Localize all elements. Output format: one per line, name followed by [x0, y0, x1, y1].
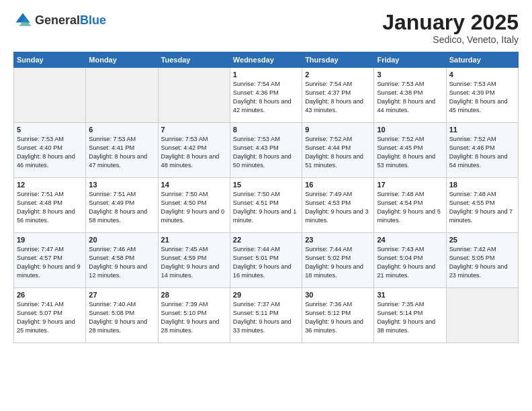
calendar-cell: 24Sunrise: 7:43 AMSunset: 5:04 PMDayligh… — [374, 233, 446, 288]
calendar-cell: 6Sunrise: 7:53 AMSunset: 4:41 PMDaylight… — [86, 123, 158, 178]
calendar-cell: 9Sunrise: 7:52 AMSunset: 4:44 PMDaylight… — [302, 123, 374, 178]
calendar-cell: 16Sunrise: 7:49 AMSunset: 4:53 PMDayligh… — [302, 178, 374, 233]
day-info: Sunrise: 7:41 AM — [17, 300, 83, 309]
day-info: Sunrise: 7:53 AM — [89, 135, 154, 144]
weekday-header-friday: Friday — [374, 52, 446, 68]
calendar-cell: 14Sunrise: 7:50 AMSunset: 4:50 PMDayligh… — [158, 178, 230, 233]
month-title: January 2025 — [382, 11, 519, 34]
day-info: Sunset: 4:41 PM — [89, 144, 154, 152]
day-info: Daylight: 9 hours and 21 minutes. — [377, 263, 443, 280]
day-info: Sunrise: 7:40 AM — [89, 300, 154, 309]
day-number: 5 — [17, 126, 83, 134]
day-info: Daylight: 8 hours and 43 minutes. — [305, 97, 371, 115]
day-number: 13 — [89, 181, 154, 189]
day-info: Daylight: 9 hours and 28 minutes. — [161, 318, 227, 335]
day-info: Sunrise: 7:47 AM — [17, 245, 83, 254]
day-number: 12 — [17, 181, 83, 189]
day-info: Daylight: 8 hours and 56 minutes. — [17, 208, 83, 225]
day-number: 28 — [161, 291, 227, 299]
page: GeneralBlue January 2025 Sedico, Veneto,… — [0, 0, 532, 350]
day-info: Sunrise: 7:50 AM — [233, 190, 299, 199]
day-info: Sunrise: 7:53 AM — [449, 80, 515, 89]
day-info: Sunset: 4:54 PM — [377, 199, 443, 208]
location-subtitle: Sedico, Veneto, Italy — [382, 34, 519, 45]
calendar-cell: 19Sunrise: 7:47 AMSunset: 4:57 PMDayligh… — [14, 233, 86, 288]
day-info: Sunset: 4:44 PM — [305, 144, 371, 152]
day-info: Daylight: 8 hours and 54 minutes. — [449, 152, 515, 170]
calendar-cell: 7Sunrise: 7:53 AMSunset: 4:42 PMDaylight… — [158, 123, 230, 178]
day-info: Sunrise: 7:53 AM — [17, 135, 83, 144]
day-number: 20 — [89, 236, 154, 244]
day-number: 7 — [161, 126, 227, 134]
day-info: Sunset: 4:57 PM — [17, 254, 83, 263]
day-info: Sunrise: 7:35 AM — [377, 300, 443, 309]
calendar-table: SundayMondayTuesdayWednesdayThursdayFrid… — [13, 52, 519, 343]
day-info: Sunrise: 7:36 AM — [305, 300, 371, 309]
day-info: Sunset: 5:14 PM — [377, 309, 443, 318]
day-number: 19 — [17, 236, 83, 244]
day-info: Sunset: 4:37 PM — [305, 89, 371, 97]
weekday-header-wednesday: Wednesday — [230, 52, 302, 68]
day-info: Sunrise: 7:52 AM — [449, 135, 515, 144]
day-info: Daylight: 9 hours and 36 minutes. — [305, 318, 371, 335]
day-info: Daylight: 9 hours and 16 minutes. — [233, 263, 299, 280]
day-info: Sunrise: 7:49 AM — [305, 190, 371, 199]
day-number: 17 — [377, 181, 443, 189]
day-number: 10 — [377, 126, 443, 134]
day-info: Daylight: 8 hours and 58 minutes. — [89, 208, 154, 225]
day-number: 6 — [89, 126, 154, 134]
calendar-week-5: 26Sunrise: 7:41 AMSunset: 5:07 PMDayligh… — [14, 288, 519, 343]
day-info: Sunset: 4:55 PM — [449, 199, 515, 208]
calendar-cell: 15Sunrise: 7:50 AMSunset: 4:51 PMDayligh… — [230, 178, 302, 233]
day-info: Daylight: 9 hours and 12 minutes. — [89, 263, 154, 280]
calendar-cell: 4Sunrise: 7:53 AMSunset: 4:39 PMDaylight… — [446, 68, 518, 123]
logo-blue: Blue — [80, 13, 106, 27]
day-info: Sunset: 4:39 PM — [449, 89, 515, 97]
calendar-cell: 28Sunrise: 7:39 AMSunset: 5:10 PMDayligh… — [158, 288, 230, 343]
day-info: Daylight: 9 hours and 33 minutes. — [233, 318, 299, 335]
weekday-header-tuesday: Tuesday — [158, 52, 230, 68]
day-info: Daylight: 9 hours and 9 minutes. — [17, 263, 83, 280]
day-info: Sunset: 5:11 PM — [233, 309, 299, 318]
day-number: 22 — [233, 236, 299, 244]
day-info: Sunset: 5:12 PM — [305, 309, 371, 318]
day-info: Sunset: 4:59 PM — [161, 254, 227, 263]
day-info: Daylight: 8 hours and 47 minutes. — [89, 152, 154, 170]
day-info: Daylight: 8 hours and 53 minutes. — [377, 152, 443, 170]
day-info: Sunrise: 7:44 AM — [233, 245, 299, 254]
day-info: Sunset: 4:36 PM — [233, 89, 299, 97]
calendar-cell: 29Sunrise: 7:37 AMSunset: 5:11 PMDayligh… — [230, 288, 302, 343]
calendar-cell: 27Sunrise: 7:40 AMSunset: 5:08 PMDayligh… — [86, 288, 158, 343]
day-info: Sunrise: 7:37 AM — [233, 300, 299, 309]
day-info: Sunset: 4:45 PM — [377, 144, 443, 152]
day-number: 15 — [233, 181, 299, 189]
day-info: Sunrise: 7:52 AM — [377, 135, 443, 144]
day-info: Sunrise: 7:48 AM — [449, 190, 515, 199]
calendar-cell: 22Sunrise: 7:44 AMSunset: 5:01 PMDayligh… — [230, 233, 302, 288]
day-number: 2 — [305, 71, 371, 79]
weekday-header-saturday: Saturday — [446, 52, 518, 68]
day-info: Sunset: 4:53 PM — [305, 199, 371, 208]
calendar-cell: 30Sunrise: 7:36 AMSunset: 5:12 PMDayligh… — [302, 288, 374, 343]
calendar-cell: 3Sunrise: 7:53 AMSunset: 4:38 PMDaylight… — [374, 68, 446, 123]
day-info: Sunset: 4:50 PM — [161, 199, 227, 208]
calendar-cell: 8Sunrise: 7:53 AMSunset: 4:43 PMDaylight… — [230, 123, 302, 178]
day-info: Sunrise: 7:53 AM — [377, 80, 443, 89]
day-info: Sunrise: 7:53 AM — [161, 135, 227, 144]
day-info: Daylight: 9 hours and 23 minutes. — [449, 263, 515, 280]
day-info: Sunset: 5:05 PM — [449, 254, 515, 263]
day-info: Sunrise: 7:53 AM — [233, 135, 299, 144]
day-info: Daylight: 8 hours and 48 minutes. — [161, 152, 227, 170]
weekday-header-row: SundayMondayTuesdayWednesdayThursdayFrid… — [14, 52, 519, 68]
calendar-week-3: 12Sunrise: 7:51 AMSunset: 4:48 PMDayligh… — [14, 178, 519, 233]
day-info: Daylight: 9 hours and 0 minutes. — [161, 208, 227, 225]
calendar-cell: 17Sunrise: 7:48 AMSunset: 4:54 PMDayligh… — [374, 178, 446, 233]
calendar-cell: 26Sunrise: 7:41 AMSunset: 5:07 PMDayligh… — [14, 288, 86, 343]
day-info: Daylight: 9 hours and 1 minute. — [233, 208, 299, 225]
day-number: 31 — [377, 291, 443, 299]
day-info: Sunset: 4:48 PM — [17, 199, 83, 208]
day-info: Sunset: 4:38 PM — [377, 89, 443, 97]
day-number: 18 — [449, 181, 515, 189]
day-number: 11 — [449, 126, 515, 134]
calendar-week-4: 19Sunrise: 7:47 AMSunset: 4:57 PMDayligh… — [14, 233, 519, 288]
